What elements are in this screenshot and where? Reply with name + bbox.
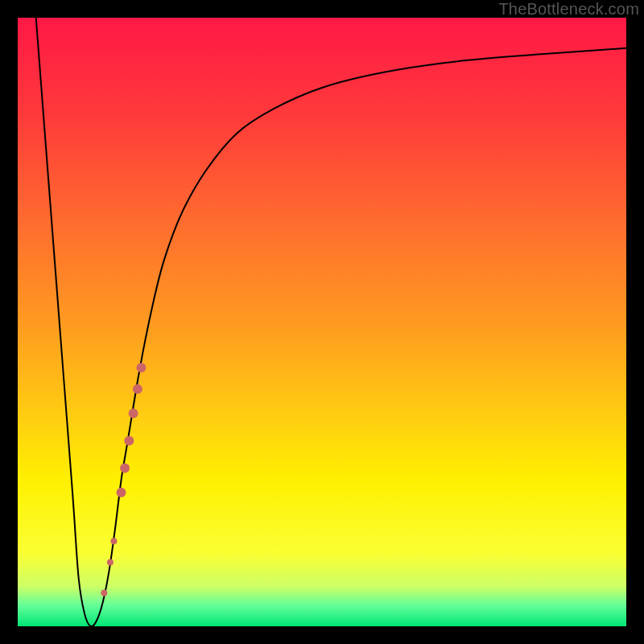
data-marker (124, 436, 134, 445)
bottleneck-curve (36, 18, 626, 626)
data-marker (133, 384, 142, 394)
watermark-text: TheBottleneck.com (498, 0, 639, 19)
plot-area (18, 18, 626, 626)
data-marker (129, 408, 138, 418)
chart-svg (18, 18, 626, 626)
data-marker (107, 559, 114, 566)
outer-frame: TheBottleneck.com (0, 0, 644, 644)
data-marker (120, 463, 130, 473)
data-marker (136, 363, 146, 373)
data-marker (101, 589, 107, 596)
data-marker (117, 488, 126, 497)
data-marker (110, 538, 117, 544)
marker-group (101, 363, 146, 597)
